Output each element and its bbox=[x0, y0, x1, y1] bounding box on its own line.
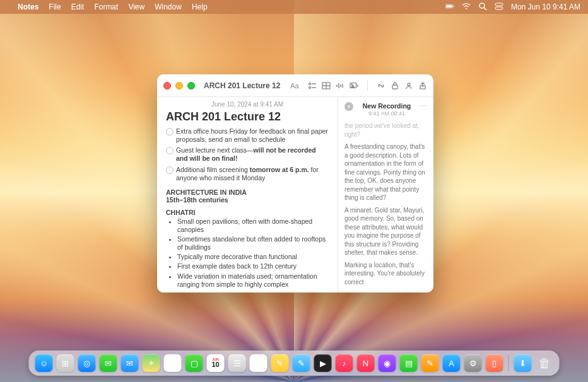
close-panel-button[interactable]: × bbox=[344, 102, 353, 111]
dock-separator bbox=[509, 355, 509, 371]
menu-datetime[interactable]: Mon Jun 10 9:41 AM bbox=[511, 3, 580, 11]
checklist-item[interactable]: Extra office hours Friday for feedback o… bbox=[166, 127, 329, 144]
dock-app-reminders[interactable]: ☰ bbox=[250, 354, 268, 372]
menu-edit[interactable]: Edit bbox=[71, 3, 85, 11]
dock-app-music[interactable]: ♪ bbox=[336, 354, 353, 372]
svg-point-3 bbox=[466, 8, 467, 9]
toolbar: Aa bbox=[290, 81, 427, 91]
section-subheading: 15th–18th centuries bbox=[166, 196, 329, 204]
section-heading: ARCHITECTURE IN INDIA bbox=[166, 188, 329, 196]
transcript-line: the period we've looked at, right? bbox=[344, 122, 427, 139]
dock-app-iphone[interactable]: ▯ bbox=[486, 354, 503, 372]
text: Guest lecture next class— bbox=[176, 146, 254, 154]
traffic-lights bbox=[163, 82, 195, 90]
app-menu[interactable]: Notes bbox=[18, 3, 38, 11]
collaborate-button[interactable] bbox=[404, 81, 413, 90]
battery-icon[interactable] bbox=[445, 2, 454, 13]
list-item: Sometimes standalone but often added to … bbox=[177, 235, 329, 252]
svg-point-22 bbox=[408, 83, 410, 86]
checklist: Extra office hours Friday for feedback o… bbox=[166, 127, 329, 182]
spotlight-icon[interactable] bbox=[478, 2, 487, 13]
format-button[interactable]: Aa bbox=[290, 81, 299, 90]
transcript-paragraph: Marking a location, that's interesting. … bbox=[344, 261, 427, 287]
dock: ☺⊞◎✉✉⌖✿▢JUN10☰☰✎✎▶♪N◉▤✎A⚙▯⬇🗑 bbox=[29, 350, 560, 376]
dock-downloads[interactable]: ⬇ bbox=[514, 354, 532, 372]
minimize-window-button[interactable] bbox=[175, 82, 183, 90]
close-window-button[interactable] bbox=[163, 82, 171, 90]
zoom-window-button[interactable] bbox=[187, 82, 195, 90]
notes-window: ARCH 201 Lecture 12 Aa June 10, 2024 at … bbox=[157, 74, 433, 292]
dock-app-notes[interactable]: ✎ bbox=[271, 354, 289, 372]
transcript-paragraph: A freestanding canopy, that's a good des… bbox=[344, 142, 427, 202]
note-timestamp: June 10, 2024 at 9:41 AM bbox=[166, 101, 329, 108]
dock-app-safari[interactable]: ◎ bbox=[78, 354, 96, 372]
svg-point-8 bbox=[309, 83, 311, 84]
dock-app-launchpad[interactable]: ⊞ bbox=[57, 354, 74, 372]
media-button[interactable] bbox=[350, 81, 358, 90]
table-button[interactable] bbox=[322, 81, 331, 90]
dock-app-settings[interactable]: ⚙ bbox=[464, 354, 482, 372]
share-button[interactable] bbox=[418, 81, 427, 90]
menu-view[interactable]: View bbox=[128, 3, 144, 11]
control-center-icon[interactable] bbox=[495, 2, 503, 13]
recording-subtitle: 9:41 AM 00:41 bbox=[353, 110, 420, 117]
menu-bar: Notes File Edit Format View Window Help … bbox=[0, 0, 588, 14]
svg-rect-7 bbox=[495, 7, 503, 9]
list-item: Wide variation in materials used; orname… bbox=[177, 272, 329, 289]
transcript-paragraph: A minaret. Gold star, Mayuri, good memor… bbox=[344, 206, 427, 257]
svg-rect-2 bbox=[453, 5, 454, 6]
dock-app-news[interactable]: N bbox=[357, 354, 375, 372]
svg-line-5 bbox=[484, 8, 486, 10]
svg-point-20 bbox=[351, 84, 353, 85]
dock-app-tv[interactable]: ▶ bbox=[314, 354, 332, 372]
audio-button[interactable] bbox=[336, 81, 344, 90]
recording-panel: × New Recording 9:41 AM 00:41 ⋯ the peri… bbox=[338, 97, 433, 292]
svg-point-4 bbox=[479, 3, 485, 8]
checklist-button[interactable] bbox=[308, 81, 317, 90]
text-bold: tomorrow at 6 p.m. bbox=[250, 166, 309, 173]
dock-trash[interactable]: 🗑 bbox=[536, 354, 553, 372]
dock-app-numbers[interactable]: ▤ bbox=[400, 354, 418, 372]
dock-app-mail[interactable]: ✉ bbox=[121, 354, 139, 372]
dock-app-contacts[interactable]: ☰ bbox=[228, 354, 246, 372]
dock-app-maps[interactable]: ⌖ bbox=[143, 354, 160, 372]
titlebar: ARCH 201 Lecture 12 Aa bbox=[157, 74, 433, 97]
checklist-item[interactable]: Guest lecture next class—will not be rec… bbox=[166, 146, 329, 163]
svg-rect-6 bbox=[495, 3, 503, 6]
note-title: ARCH 201 Lecture 12 bbox=[166, 110, 329, 124]
wifi-icon[interactable] bbox=[462, 2, 471, 13]
menu-window[interactable]: Window bbox=[155, 3, 182, 11]
dock-app-photos[interactable]: ✿ bbox=[164, 354, 182, 372]
text: Additional film screening bbox=[176, 166, 250, 173]
dock-app-pages[interactable]: ✎ bbox=[421, 354, 439, 372]
svg-point-10 bbox=[309, 86, 311, 88]
dock-app-messages[interactable]: ✉ bbox=[100, 354, 117, 372]
sub-heading: CHHATRI bbox=[166, 209, 329, 216]
link-button[interactable] bbox=[377, 81, 385, 90]
list-item: Small open pavilions, often with dome-sh… bbox=[177, 217, 329, 234]
window-title: ARCH 201 Lecture 12 bbox=[204, 81, 280, 90]
checklist-item[interactable]: Additional film screening tomorrow at 6 … bbox=[166, 166, 329, 182]
menu-file[interactable]: File bbox=[49, 3, 61, 11]
menu-help[interactable]: Help bbox=[192, 3, 208, 11]
transcript[interactable]: the period we've looked at, right? A fre… bbox=[344, 122, 427, 290]
toolbar-separator bbox=[367, 81, 368, 91]
note-body[interactable]: June 10, 2024 at 9:41 AM ARCH 201 Lectur… bbox=[157, 97, 338, 292]
dock-app-freeform[interactable]: ✎ bbox=[293, 354, 310, 372]
svg-rect-1 bbox=[446, 5, 452, 8]
dock-app-facetime[interactable]: ▢ bbox=[185, 354, 203, 372]
dock-app-podcasts[interactable]: ◉ bbox=[379, 354, 396, 372]
text: Extra office hours Friday for feedback o… bbox=[176, 127, 328, 143]
lock-button[interactable] bbox=[391, 81, 399, 90]
menu-format[interactable]: Format bbox=[94, 3, 118, 11]
dock-app-calendar[interactable]: JUN10 bbox=[207, 354, 225, 372]
svg-rect-21 bbox=[392, 85, 397, 89]
recording-menu-button[interactable]: ⋯ bbox=[420, 102, 427, 109]
recording-title: New Recording bbox=[353, 102, 420, 110]
dock-app-finder[interactable]: ☺ bbox=[35, 354, 53, 372]
dock-app-appstore[interactable]: A bbox=[443, 354, 461, 372]
list-item: Typically more decorative than functiona… bbox=[177, 253, 329, 261]
list-item: First example dates back to 12th century bbox=[177, 262, 329, 270]
bullet-list: Small open pavilions, often with dome-sh… bbox=[166, 217, 329, 289]
